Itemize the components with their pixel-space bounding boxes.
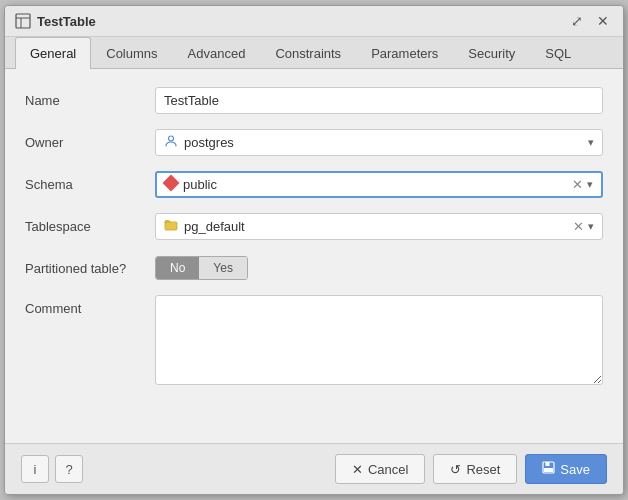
reset-button[interactable]: ↺ Reset [433,454,517,484]
folder-icon [164,218,178,235]
tablespace-select[interactable]: pg_default ✕ ▾ [155,213,603,240]
cancel-button[interactable]: ✕ Cancel [335,454,425,484]
schema-row: Schema public ✕ ▾ [25,169,603,199]
name-control [155,87,603,114]
table-icon [15,13,31,29]
owner-control: postgres ▾ [155,129,603,156]
tab-general[interactable]: General [15,37,91,69]
partitioned-no-button[interactable]: No [156,257,199,279]
cancel-icon: ✕ [352,462,363,477]
tab-security[interactable]: Security [453,37,530,69]
title-bar-left: TestTable [15,13,96,29]
svg-rect-6 [546,462,550,466]
owner-row: Owner postgres ▾ [25,127,603,157]
schema-value: public [183,177,572,192]
tablespace-label: Tablespace [25,219,155,234]
title-bar-controls: ⤢ ✕ [567,12,613,30]
save-label: Save [560,462,590,477]
footer-left: i ? [21,455,83,483]
owner-select[interactable]: postgres ▾ [155,129,603,156]
name-label: Name [25,93,155,108]
save-icon [542,461,555,477]
svg-rect-4 [165,222,177,230]
tab-sql[interactable]: SQL [530,37,586,69]
schema-label: Schema [25,177,155,192]
partitioned-yes-button[interactable]: Yes [199,257,247,279]
schema-select[interactable]: public ✕ ▾ [155,171,603,198]
comment-row: Comment [25,295,603,385]
help-button[interactable]: ? [55,455,83,483]
name-row: Name [25,85,603,115]
reset-label: Reset [466,462,500,477]
schema-chevron-icon: ▾ [587,178,593,191]
tablespace-control: pg_default ✕ ▾ [155,213,603,240]
owner-label: Owner [25,135,155,150]
tab-parameters[interactable]: Parameters [356,37,453,69]
save-button[interactable]: Save [525,454,607,484]
tablespace-row: Tablespace pg_default ✕ ▾ [25,211,603,241]
schema-control: public ✕ ▾ [155,171,603,198]
tabs-bar: General Columns Advanced Constraints Par… [5,37,623,69]
diamond-icon [165,177,177,192]
partitioned-label: Partitioned table? [25,261,155,276]
partitioned-row: Partitioned table? No Yes [25,253,603,283]
dialog-title: TestTable [37,14,96,29]
info-button[interactable]: i [21,455,49,483]
svg-point-3 [169,136,174,141]
comment-label: Comment [25,295,155,316]
footer-right: ✕ Cancel ↺ Reset Save [335,454,607,484]
comment-textarea[interactable] [155,295,603,385]
cancel-label: Cancel [368,462,408,477]
svg-rect-0 [16,14,30,28]
close-button[interactable]: ✕ [593,12,613,30]
tablespace-clear-icon[interactable]: ✕ [573,219,584,234]
user-icon [164,134,178,151]
tab-columns[interactable]: Columns [91,37,172,69]
form-content: Name Owner postgres ▾ [5,69,623,443]
owner-chevron-icon: ▾ [588,136,594,149]
tab-advanced[interactable]: Advanced [173,37,261,69]
partitioned-control: No Yes [155,256,603,280]
schema-clear-icon[interactable]: ✕ [572,177,583,192]
tablespace-value: pg_default [184,219,573,234]
expand-button[interactable]: ⤢ [567,12,587,30]
dialog: TestTable ⤢ ✕ General Columns Advanced C… [4,5,624,495]
partitioned-toggle: No Yes [155,256,248,280]
reset-icon: ↺ [450,462,461,477]
tablespace-chevron-icon: ▾ [588,220,594,233]
tab-constraints[interactable]: Constraints [260,37,356,69]
footer: i ? ✕ Cancel ↺ Reset Save [5,443,623,494]
svg-rect-7 [544,468,553,472]
owner-value: postgres [184,135,588,150]
title-bar: TestTable ⤢ ✕ [5,6,623,37]
name-input[interactable] [155,87,603,114]
